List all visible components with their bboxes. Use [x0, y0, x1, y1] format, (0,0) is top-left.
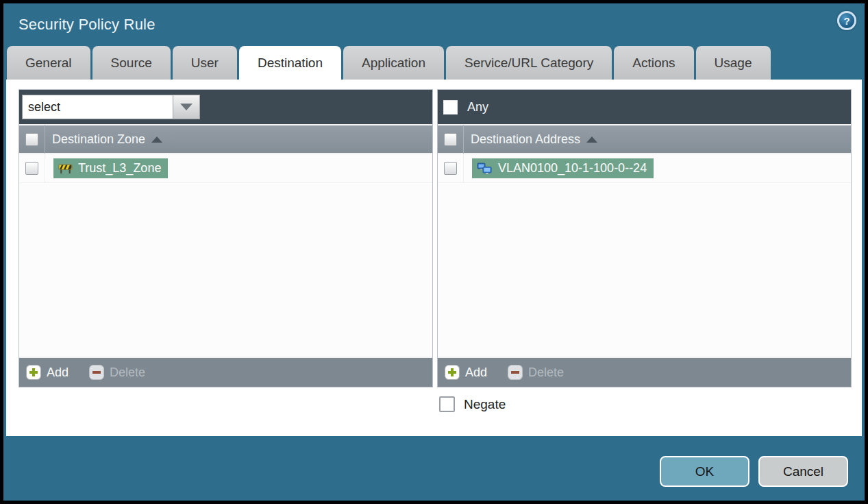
address-row-checkbox[interactable]: [444, 162, 457, 175]
zone-item-label: Trust_L3_Zone: [78, 161, 161, 176]
table-row: Trust_L3_Zone: [19, 154, 432, 183]
title-bar: Security Policy Rule ?: [3, 3, 865, 46]
zone-filter-bar: [19, 90, 432, 125]
delete-address-button[interactable]: Delete: [508, 365, 564, 380]
zone-column-label: Destination Zone: [52, 132, 145, 147]
delete-icon: [89, 365, 104, 380]
zone-row-list: Trust_L3_Zone: [19, 154, 432, 357]
column-divider: [463, 125, 464, 154]
add-zone-button[interactable]: Add: [26, 365, 69, 380]
column-divider: [463, 154, 464, 183]
tab-bar: General Source User Destination Applicat…: [3, 46, 865, 80]
security-policy-rule-dialog: Security Policy Rule ? General Source Us…: [0, 0, 868, 504]
dialog-frame: Security Policy Rule ? General Source Us…: [3, 3, 865, 501]
address-row-list: VLAN0100_10-1-100-0--24: [438, 154, 851, 357]
tab-usage[interactable]: Usage: [696, 46, 771, 80]
tab-actions[interactable]: Actions: [614, 46, 693, 80]
dialog-title: Security Policy Rule: [3, 16, 156, 34]
tab-user[interactable]: User: [173, 46, 237, 80]
delete-icon: [508, 365, 523, 380]
delete-label: Delete: [528, 365, 564, 380]
address-column-header[interactable]: Destination Address: [438, 125, 851, 154]
address-any-bar: Any: [438, 90, 851, 125]
tab-application[interactable]: Application: [343, 46, 444, 80]
zone-toolbar: Add Delete: [19, 357, 432, 387]
delete-zone-button[interactable]: Delete: [89, 365, 145, 380]
destination-tab-content: Destination Zone: [6, 80, 862, 436]
address-column-label: Destination Address: [471, 132, 580, 147]
sort-ascending-icon: [151, 136, 162, 143]
negate-option: Negate: [439, 396, 506, 412]
cancel-button[interactable]: Cancel: [758, 456, 848, 487]
add-icon: [445, 365, 460, 380]
column-divider: [45, 154, 45, 183]
negate-checkbox[interactable]: [439, 396, 455, 412]
zone-barrier-icon: [58, 163, 73, 174]
address-item-label: VLAN0100_10-1-100-0--24: [498, 161, 647, 176]
ok-button[interactable]: OK: [660, 456, 749, 487]
zone-item-trust-l3-zone[interactable]: Trust_L3_Zone: [53, 158, 168, 178]
any-checkbox[interactable]: [443, 100, 458, 115]
zone-select-combo: [22, 95, 200, 119]
table-row: VLAN0100_10-1-100-0--24: [438, 154, 851, 183]
negate-label: Negate: [464, 397, 506, 412]
address-item-vlan0100[interactable]: VLAN0100_10-1-100-0--24: [472, 158, 654, 178]
destination-address-panel: Any Destination Address: [437, 89, 852, 387]
zone-select-input[interactable]: [22, 95, 173, 119]
tab-source[interactable]: Source: [92, 46, 171, 80]
tab-general[interactable]: General: [7, 46, 90, 80]
delete-label: Delete: [110, 365, 145, 380]
add-icon: [26, 365, 41, 380]
any-label: Any: [467, 100, 488, 115]
add-label: Add: [465, 365, 487, 380]
add-address-button[interactable]: Add: [445, 365, 487, 380]
zone-select-dropdown-button[interactable]: [173, 95, 200, 119]
help-icon[interactable]: ?: [837, 11, 856, 30]
add-label: Add: [47, 365, 69, 380]
chevron-down-icon: [180, 104, 193, 110]
destination-zone-panel: Destination Zone: [18, 89, 433, 387]
address-select-all-checkbox[interactable]: [444, 133, 457, 146]
address-toolbar: Add Delete: [438, 357, 851, 387]
tab-service-url-category[interactable]: Service/URL Category: [446, 46, 612, 80]
network-address-icon: [477, 163, 493, 175]
tab-destination[interactable]: Destination: [239, 46, 341, 80]
zone-column-header[interactable]: Destination Zone: [19, 125, 432, 154]
zone-row-checkbox[interactable]: [25, 162, 38, 175]
column-divider: [45, 125, 45, 154]
sort-ascending-icon: [586, 136, 597, 143]
dialog-footer: OK Cancel: [3, 436, 865, 501]
zone-select-all-checkbox[interactable]: [25, 133, 38, 146]
